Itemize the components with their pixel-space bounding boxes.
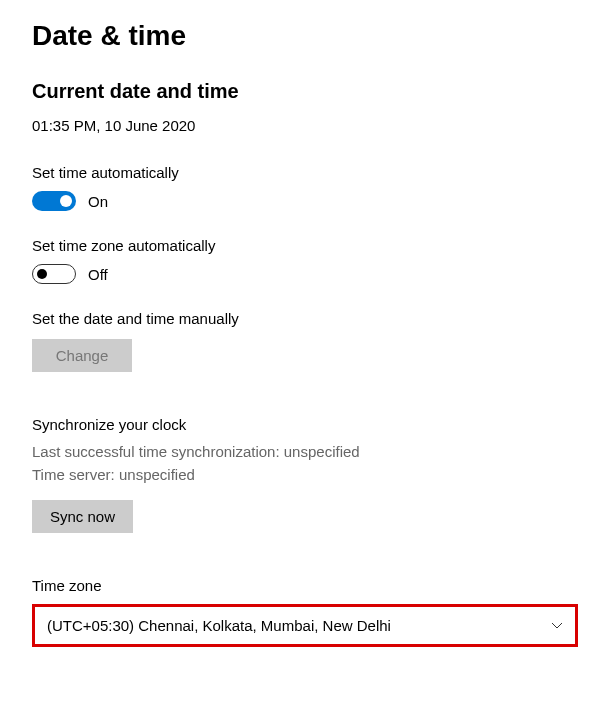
set-time-auto-state: On [88,193,108,210]
timezone-dropdown[interactable]: (UTC+05:30) Chennai, Kolkata, Mumbai, Ne… [32,604,578,647]
timezone-label: Time zone [32,577,578,594]
set-manual-label: Set the date and time manually [32,310,578,327]
current-datetime-value: 01:35 PM, 10 June 2020 [32,117,578,134]
change-button: Change [32,339,132,372]
set-tz-auto-state: Off [88,266,108,283]
set-time-auto-toggle[interactable] [32,191,76,211]
chevron-down-icon [551,620,563,632]
timezone-selected-value: (UTC+05:30) Chennai, Kolkata, Mumbai, Ne… [47,617,391,634]
set-tz-auto-toggle[interactable] [32,264,76,284]
sync-now-button[interactable]: Sync now [32,500,133,533]
current-datetime-header: Current date and time [32,80,578,103]
toggle-knob [60,195,72,207]
toggle-knob [37,269,47,279]
last-sync-text: Last successful time synchronization: un… [32,441,578,464]
set-tz-auto-label: Set time zone automatically [32,237,578,254]
time-server-text: Time server: unspecified [32,464,578,487]
set-time-auto-label: Set time automatically [32,164,578,181]
page-title: Date & time [32,20,578,52]
sync-header: Synchronize your clock [32,416,578,433]
